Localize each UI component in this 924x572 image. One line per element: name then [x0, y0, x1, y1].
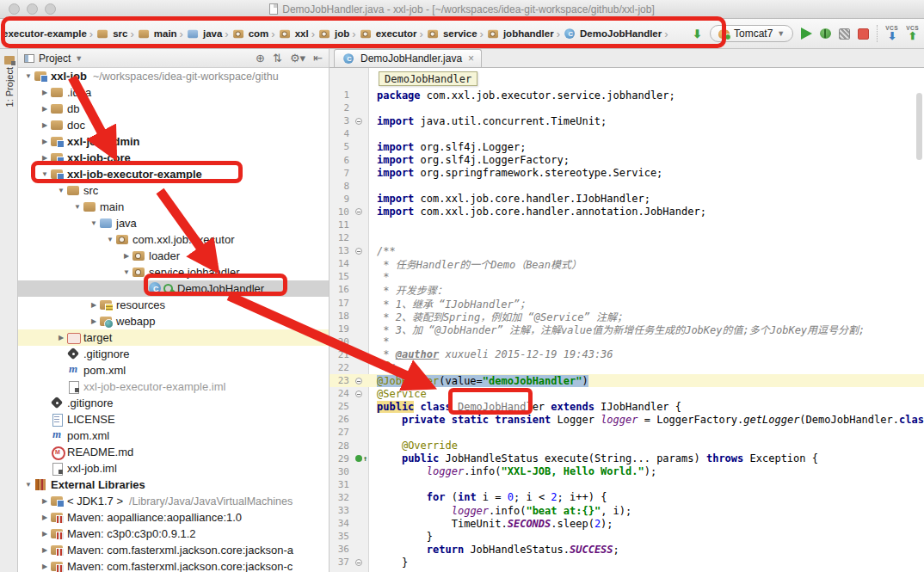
fold-icon[interactable] [355, 378, 369, 384]
code-line-15[interactable]: 15 * [330, 270, 924, 283]
tree-item-idea[interactable]: ▶.idea [18, 84, 329, 101]
code-line-33[interactable]: 33 logger.info("beat at:{}", i); [330, 504, 924, 517]
code-line-12[interactable]: 12 [330, 231, 924, 244]
code-line-27[interactable]: 27 [330, 426, 924, 439]
override-marker-icon[interactable] [355, 455, 362, 462]
code-line-2[interactable]: 2 [330, 101, 924, 114]
fold-icon[interactable] [355, 208, 369, 215]
code-line-32[interactable]: 32 for (int i = 0; i < 2; i++) { [330, 491, 924, 504]
navbar-down-arrow-icon[interactable]: ⬇ [693, 28, 702, 40]
settings-gear-button[interactable]: ⚙▾ [290, 52, 305, 64]
code-line-20[interactable]: 20 * [330, 335, 924, 348]
tree-item-license[interactable]: LICENSE [18, 411, 329, 427]
code-line-1[interactable]: 1package com.xxl.job.executor.service.jo… [330, 89, 924, 101]
tree-item-xxl-job-executor-example-iml[interactable]: xxl-job-executor-example.iml [18, 378, 329, 395]
debug-button[interactable] [820, 28, 831, 39]
chevron-down-icon[interactable]: ▼ [75, 54, 83, 63]
crumb-job[interactable]: job [317, 28, 349, 40]
collapse-panel-button[interactable]: ⇤ [313, 52, 323, 64]
code-line-16[interactable]: 16 * 开发步骤： [330, 283, 924, 296]
code-line-26[interactable]: 26 private static transient Logger logge… [330, 413, 924, 426]
tree-item-pom-xml[interactable]: pom.xml [18, 427, 329, 444]
tree-item-service-jobhandler[interactable]: ▼service.jobhandler [18, 264, 329, 280]
run-configuration-selector[interactable]: Tomcat7 ▼ [710, 25, 793, 42]
run-with-coverage-button[interactable] [839, 28, 850, 40]
project-panel-title[interactable]: Project [39, 52, 71, 65]
tree-right-arrow-icon[interactable]: ▶ [40, 497, 50, 505]
code-line-18[interactable]: 18 * 2、装配到Spring，例如加 “@Service” 注解； [330, 310, 924, 323]
close-tab-icon[interactable]: × [468, 52, 474, 65]
code-line-36[interactable]: 36 return JobHandleStatus.SUCCESS; [330, 543, 924, 556]
tree-item-webapp[interactable]: ▶webapp [18, 313, 329, 329]
tree-down-arrow-icon[interactable]: ▼ [72, 203, 83, 211]
tree-right-arrow-icon[interactable]: ▶ [40, 154, 50, 162]
tree-item-java[interactable]: ▼java [18, 215, 329, 231]
tree-item-maven-com-fasterxml-jackson-core-jackson-c[interactable]: ▶Maven: com.fasterxml.jackson.core:jacks… [18, 558, 329, 572]
code-line-17[interactable]: 17 * 1、继承 “IJobHandler”； [330, 297, 924, 310]
tree-item-doc[interactable]: ▶doc [18, 117, 329, 133]
vcs-update-button[interactable]: VCS ⬇ [885, 26, 898, 42]
code-line-19[interactable]: 19 * 3、加 “@JobHander” 注解，注解value值为新增任务生成… [330, 323, 924, 335]
tree-down-arrow-icon[interactable]: ▼ [40, 170, 50, 178]
code-line-21[interactable]: 21 * @author xuxueli 2015-12-19 19:43:36 [330, 348, 924, 361]
tree-item-readme-md[interactable]: README.md [18, 444, 329, 460]
tree-item-maven-com-fasterxml-jackson-core-jackson-a[interactable]: ▶Maven: com.fasterxml.jackson.core:jacks… [18, 542, 329, 558]
code-line-31[interactable]: 31 [330, 478, 924, 491]
fold-icon[interactable]: ↑ [355, 455, 369, 463]
crumb-com[interactable]: com [231, 28, 269, 40]
zoom-window-button[interactable] [45, 3, 56, 15]
tree-item-xxl-job-iml[interactable]: xxl-job.iml [18, 460, 329, 477]
crumb-service[interactable]: service [426, 28, 477, 40]
minimize-window-button[interactable] [27, 3, 38, 15]
tree-right-arrow-icon[interactable]: ▶ [40, 105, 50, 113]
code-line-11[interactable]: 11 [330, 218, 924, 231]
code-line-6[interactable]: 6import org.slf4j.LoggerFactory; [330, 153, 924, 166]
code-line-7[interactable]: 7import org.springframework.stereotype.S… [330, 167, 924, 180]
tree-down-arrow-icon[interactable]: ▼ [89, 219, 99, 227]
code-line-23[interactable]: 23@JobHander(value="demoJobHandler") [330, 374, 924, 387]
fold-icon[interactable] [355, 391, 369, 397]
tree-down-arrow-icon[interactable]: ▼ [23, 481, 34, 489]
tree-item-loader[interactable]: ▶loader [18, 248, 329, 264]
tree-right-arrow-icon[interactable]: ▶ [89, 301, 99, 309]
tree-item-xxl-job-admin[interactable]: ▶xxl-job-admin [18, 133, 329, 150]
code-line-5[interactable]: 5import org.slf4j.Logger; [330, 140, 924, 153]
tree-right-arrow-icon[interactable]: ▶ [40, 138, 50, 145]
vcs-commit-button[interactable]: VCS ⬆ [906, 26, 919, 42]
code-line-37[interactable]: 37 } [330, 556, 924, 569]
tree-item-src[interactable]: ▼src [18, 182, 329, 199]
tree-right-arrow-icon[interactable]: ▶ [40, 563, 50, 570]
tree-item-maven-aopalliance-aopalliance-1-0[interactable]: ▶Maven: aopalliance:aopalliance:1.0 [18, 509, 329, 526]
code-line-4[interactable]: 4 [330, 127, 924, 140]
code-line-35[interactable]: 35 } [330, 530, 924, 543]
tree-down-arrow-icon[interactable]: ▼ [121, 268, 132, 276]
close-window-button[interactable] [9, 3, 20, 15]
crumb-java[interactable]: java [186, 28, 222, 40]
code-line-22[interactable]: 22 */ [330, 361, 924, 374]
fold-icon[interactable] [355, 559, 369, 566]
tree-item-demojobhandler[interactable]: DemoJobHandler [18, 280, 329, 297]
tree-item-pom-xml[interactable]: pom.xml [18, 362, 329, 378]
project-tool-window-button[interactable]: 1: Project [0, 56, 18, 107]
tree-item-xxl-job-executor-example[interactable]: ▼xxl-job-executor-example [18, 166, 329, 182]
code-line-10[interactable]: 10import com.xxl.job.core.handler.annota… [330, 206, 924, 218]
code-line-14[interactable]: 14 * 任务Handler的一个Demo（Bean模式） [330, 257, 924, 270]
code-line-9[interactable]: 9import com.xxl.job.core.handler.IJobHan… [330, 193, 924, 206]
intention-bulb-icon[interactable] [383, 361, 391, 370]
tab-demojobhandler-java[interactable]: DemoJobHandler.java × [334, 49, 482, 67]
crumb-executor[interactable]: executor [359, 28, 417, 40]
crumb-src[interactable]: src [95, 28, 127, 40]
code-line-13[interactable]: 13/** [330, 244, 924, 257]
tree-item-xxl-job-core[interactable]: ▶xxl-job-core [18, 150, 329, 166]
tree-right-arrow-icon[interactable]: ▶ [40, 514, 50, 521]
tree-item-resources[interactable]: ▶resources [18, 297, 329, 313]
tree-item-gitignore[interactable]: .gitignore [18, 346, 329, 362]
crumb-xxl[interactable]: xxl [278, 28, 309, 40]
stop-button[interactable] [858, 28, 869, 40]
tree-item-com-xxl-job-executor[interactable]: ▼com.xxl.job.executor [18, 231, 329, 248]
tree-right-arrow-icon[interactable]: ▶ [40, 546, 50, 554]
code-line-38[interactable]: 38 [330, 569, 924, 572]
run-button[interactable] [801, 28, 812, 40]
locate-file-button[interactable]: ⊕ [256, 52, 265, 64]
tree-down-arrow-icon[interactable]: ▼ [56, 187, 66, 194]
